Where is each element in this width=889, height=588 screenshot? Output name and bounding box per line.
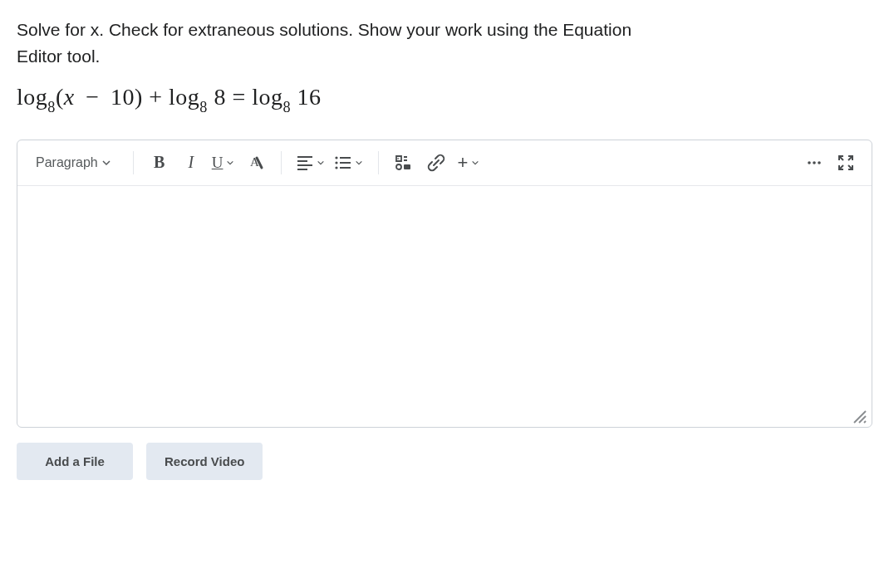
question-line1: Solve for x. Check for extraneous soluti… [17, 20, 631, 39]
resize-handle-icon[interactable] [852, 409, 867, 424]
list-button[interactable] [332, 149, 366, 177]
svg-point-5 [336, 156, 338, 159]
link-icon [427, 154, 445, 172]
svg-rect-14 [404, 164, 410, 169]
chevron-down-icon [355, 159, 363, 167]
svg-line-20 [864, 421, 866, 423]
fullscreen-icon [837, 154, 854, 171]
editor-textarea[interactable] [17, 186, 872, 427]
insert-media-icon [395, 154, 414, 171]
bold-button[interactable]: B [145, 149, 174, 177]
toolbar-separator [378, 151, 379, 174]
svg-point-17 [818, 161, 821, 164]
align-left-icon [297, 155, 313, 170]
more-actions-button[interactable] [800, 149, 828, 177]
chevron-down-icon [317, 159, 325, 167]
svg-point-7 [336, 166, 338, 169]
action-buttons: Add a File Record Video [17, 443, 872, 480]
editor-toolbar: Paragraph B I U A [17, 140, 872, 186]
link-button[interactable] [422, 149, 450, 177]
toolbar-separator [281, 151, 282, 174]
question-line2: Editor tool. [17, 47, 100, 66]
svg-point-13 [396, 164, 401, 169]
ellipsis-icon [806, 154, 823, 171]
underline-button[interactable]: U [209, 149, 238, 177]
text-color-button[interactable]: A [241, 149, 269, 177]
fullscreen-button[interactable] [832, 149, 860, 177]
svg-point-15 [808, 161, 811, 164]
chevron-down-icon [471, 159, 479, 167]
chevron-down-icon [226, 159, 234, 167]
chevron-down-icon [101, 158, 111, 168]
align-button[interactable] [293, 149, 328, 177]
text-color-icon: A [246, 154, 264, 172]
rich-text-editor: Paragraph B I U A [17, 140, 872, 428]
toolbar-separator [133, 151, 134, 174]
add-file-button[interactable]: Add a File [17, 443, 133, 480]
bullet-list-icon [335, 155, 351, 170]
equation-display: log8(x − 10) + log8 8 = log8 16 [17, 84, 872, 115]
format-select[interactable]: Paragraph [32, 150, 115, 175]
format-select-label: Paragraph [36, 155, 98, 170]
record-video-button[interactable]: Record Video [146, 443, 263, 480]
question-prompt: Solve for x. Check for extraneous soluti… [17, 17, 872, 69]
svg-point-6 [336, 161, 338, 164]
italic-button[interactable]: I [177, 149, 205, 177]
insert-more-button[interactable]: + [454, 149, 483, 177]
media-button[interactable] [390, 149, 419, 177]
svg-point-16 [813, 161, 816, 164]
